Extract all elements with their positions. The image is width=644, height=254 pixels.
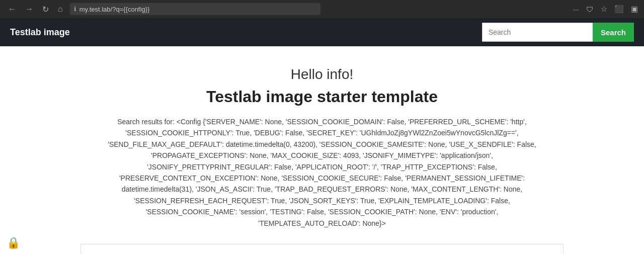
main-content: Hello info! Testlab image starter templa… (0, 46, 644, 254)
lock-icon: ℹ (74, 6, 76, 13)
browser-actions: ··· 🛡 ☆ ⬛ ▣ (573, 5, 638, 14)
shield-icon: 🛡 (586, 5, 594, 14)
home-button[interactable]: ⌂ (56, 4, 65, 15)
url-text: my.test.lab/?q={{config}} (79, 6, 150, 13)
search-input[interactable] (482, 23, 593, 42)
app-header: Testlab image Search (0, 18, 644, 46)
search-results-text: Search results for: <Config {'SERVER_NAM… (96, 116, 548, 229)
search-results-label: Search results for: (117, 118, 175, 126)
menu-dots[interactable]: ··· (573, 5, 579, 14)
forward-button[interactable]: → (23, 4, 35, 15)
search-button[interactable]: Search (593, 23, 634, 42)
back-button[interactable]: ← (6, 4, 18, 15)
config-output: <Config {'SERVER_NAME': None, 'SESSION_C… (108, 118, 536, 227)
reload-button[interactable]: ↻ (40, 4, 51, 15)
app-title: Testlab image (10, 27, 472, 38)
browser-chrome: ← → ↻ ⌂ ℹ my.test.lab/?q={{config}} ··· … (0, 0, 644, 18)
security-icon: 🔒 (7, 236, 20, 249)
star-icon[interactable]: ☆ (601, 5, 607, 14)
library-icon[interactable]: ⬛ (614, 5, 624, 14)
address-bar[interactable]: ℹ my.test.lab/?q={{config}} (70, 3, 320, 15)
greeting-text: Hello info! (10, 66, 634, 82)
bottom-bar: 🔒 (0, 232, 26, 254)
search-container: Search (482, 23, 634, 42)
app-subtitle: Testlab image starter template (10, 88, 634, 106)
security-badge: 🔒 (4, 234, 22, 252)
image-container: img1 (80, 244, 564, 254)
sidebar-icon[interactable]: ▣ (631, 5, 638, 14)
